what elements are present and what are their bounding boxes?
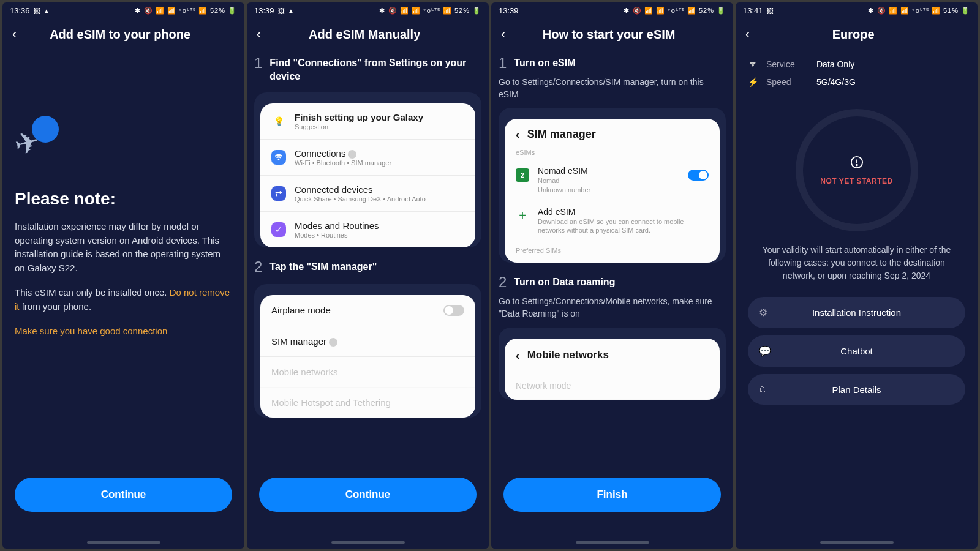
settings-card: 💡 Finish setting up your Galaxy Suggesti…	[260, 103, 475, 247]
step-description: Go to Settings/Connections/Mobile networ…	[499, 296, 726, 320]
notification-icons: 🖼 ▲	[278, 7, 295, 15]
highlight-marker-icon	[348, 150, 356, 159]
card-title: Mobile networks	[527, 349, 609, 361]
info-value: Data Only	[816, 59, 854, 69]
network-mode-row[interactable]: Network mode	[505, 372, 720, 400]
connections-card: Airplane mode SIM manager Mobile network…	[260, 295, 475, 418]
page-title: How to start your eSIM	[513, 28, 705, 42]
system-icons: ✱ 🔇 📶 📶 ᵛoᴸᵀᴱ 📶 52% 🔋	[379, 7, 481, 15]
hotspot-row[interactable]: Mobile Hotspot and Tethering	[260, 388, 475, 418]
plan-details-button[interactable]: 🗂 Plan Details	[748, 374, 965, 405]
section-label: eSIMs	[505, 145, 720, 160]
settings-row-suggestion[interactable]: 💡 Finish setting up your Galaxy Suggesti…	[260, 103, 475, 140]
button-label: Installation Instruction	[774, 307, 940, 318]
sim-number: Unknown number	[538, 186, 679, 194]
finish-button[interactable]: Finish	[503, 478, 721, 512]
sim-name: Nomad eSIM	[538, 166, 679, 176]
button-label: Plan Details	[774, 384, 940, 395]
plus-icon: +	[516, 209, 529, 223]
step-number: 1	[254, 54, 262, 72]
chat-icon: 💬	[759, 345, 774, 357]
sim-provider: Nomad	[538, 176, 679, 185]
page-title: Add eSIM Manually	[268, 28, 461, 42]
step-description: Go to Settings/Connections/SIM manager, …	[499, 77, 726, 100]
routines-icon: ✓	[271, 222, 286, 237]
bolt-icon: ⚡	[748, 77, 759, 87]
screenshot-frame: Airplane mode SIM manager Mobile network…	[254, 284, 481, 418]
continue-button[interactable]: Continue	[259, 478, 477, 512]
screen-start-esim: 13:39 ✱ 🔇 📶 📶 ᵛoᴸᵀᴱ 📶 52% 🔋 ‹ How to sta…	[491, 2, 733, 549]
mobile-networks-row[interactable]: Mobile networks	[260, 357, 475, 388]
notification-icons: 🖼	[767, 7, 774, 15]
step-instruction: Turn on eSIM	[514, 54, 726, 70]
chatbot-button[interactable]: 💬 Chatbot	[748, 335, 965, 367]
sim-manager-row[interactable]: SIM manager	[260, 326, 475, 357]
wifi-icon	[748, 58, 759, 70]
note-heading: Please note:	[15, 189, 232, 209]
back-icon[interactable]: ‹	[516, 348, 520, 362]
installation-instruction-button[interactable]: ⚙ Installation Instruction	[748, 297, 965, 328]
speed-row: ⚡ Speed 5G/4G/3G	[748, 73, 965, 91]
back-icon[interactable]: ‹	[516, 127, 520, 141]
settings-row-connections[interactable]: Connections Wi-Fi • Bluetooth • SIM mana…	[260, 140, 475, 176]
warning-text: Make sure you have good connection	[15, 324, 232, 339]
gear-icon: ⚙	[759, 307, 774, 318]
back-icon[interactable]: ‹	[12, 26, 17, 42]
row-title: Mobile Hotspot and Tethering	[271, 397, 464, 408]
validity-description: Your validity will start automatically i…	[748, 244, 965, 282]
back-icon[interactable]: ‹	[745, 26, 750, 42]
add-esim-row[interactable]: + Add eSIM Download an eSIM so you can c…	[505, 201, 720, 241]
clock: 13:41	[743, 6, 763, 15]
add-esim-description: Download an eSIM so you can connect to m…	[538, 217, 709, 235]
esim-toggle[interactable]	[688, 170, 709, 181]
step-instruction: Tap the "SIM manager"	[270, 258, 481, 274]
lightbulb-icon: 💡	[271, 114, 286, 129]
airplane-mode-row[interactable]: Airplane mode	[260, 295, 475, 326]
app-header: ‹ Europe	[736, 19, 978, 54]
service-row: Service Data Only	[748, 54, 965, 73]
back-icon[interactable]: ‹	[257, 26, 261, 42]
home-indicator[interactable]	[820, 541, 894, 544]
status-bar: 13:36 🖼 ▲ ✱ 🔇 📶 📶 ᵛoᴸᵀᴱ 📶 52% 🔋	[2, 2, 244, 19]
back-icon[interactable]: ‹	[501, 26, 505, 42]
airplane-toggle[interactable]	[443, 305, 464, 316]
status-bar: 13:39 ✱ 🔇 📶 📶 ᵛoᴸᵀᴱ 📶 52% 🔋	[491, 2, 733, 19]
app-header: ‹ How to start your eSIM	[491, 19, 733, 54]
screen-manual: 13:39 🖼 ▲ ✱ 🔇 📶 📶 ᵛoᴸᵀᴱ 📶 52% 🔋 ‹ Add eS…	[247, 2, 489, 549]
system-icons: ✱ 🔇 📶 📶 ᵛoᴸᵀᴱ 📶 51% 🔋	[868, 7, 970, 15]
step-number: 2	[499, 274, 507, 291]
home-indicator[interactable]	[576, 541, 649, 544]
step-instruction: Turn on Data roaming	[514, 274, 726, 289]
highlight-marker-icon	[329, 338, 337, 347]
alert-icon	[850, 156, 864, 172]
continue-button[interactable]: Continue	[15, 478, 232, 512]
nomad-esim-row[interactable]: 2 Nomad eSIM Nomad Unknown number	[505, 160, 720, 201]
notification-icons: 🖼 ▲	[34, 7, 51, 15]
system-icons: ✱ 🔇 📶 📶 ᵛoᴸᵀᴱ 📶 52% 🔋	[624, 7, 726, 15]
row-subtitle: Modes • Routines	[295, 231, 464, 239]
settings-row-modes[interactable]: ✓ Modes and Routines Modes • Routines	[260, 212, 475, 247]
devices-icon: ⇄	[271, 186, 286, 201]
section-label: Preferred SIMs	[505, 241, 720, 263]
status-text: NOT YET STARTED	[820, 177, 892, 186]
svg-point-2	[856, 164, 858, 165]
row-title: Finish setting up your Galaxy	[295, 112, 464, 122]
home-indicator[interactable]	[331, 541, 405, 544]
row-title: Connected devices	[295, 184, 464, 195]
row-title: Modes and Routines	[295, 220, 464, 231]
row-title: Airplane mode	[271, 305, 435, 315]
details-icon: 🗂	[759, 384, 774, 395]
row-title: Connections	[295, 148, 464, 159]
settings-row-connected-devices[interactable]: ⇄ Connected devices Quick Share • Samsun…	[260, 176, 475, 212]
wifi-icon	[271, 150, 286, 165]
home-indicator[interactable]	[87, 541, 160, 544]
row-subtitle: Wi-Fi • Bluetooth • SIM manager	[295, 159, 464, 167]
screenshot-frame: ‹ SIM manager eSIMs 2 Nomad eSIM Nomad U…	[499, 108, 726, 263]
step-number: 2	[254, 258, 262, 276]
clock: 13:39	[254, 6, 274, 15]
note-paragraph: Installation experience may differ by mo…	[15, 220, 232, 275]
row-title: Mobile networks	[271, 367, 464, 377]
info-label: Service	[766, 59, 809, 69]
page-title: Europe	[757, 28, 949, 42]
info-value: 5G/4G/3G	[816, 77, 856, 87]
